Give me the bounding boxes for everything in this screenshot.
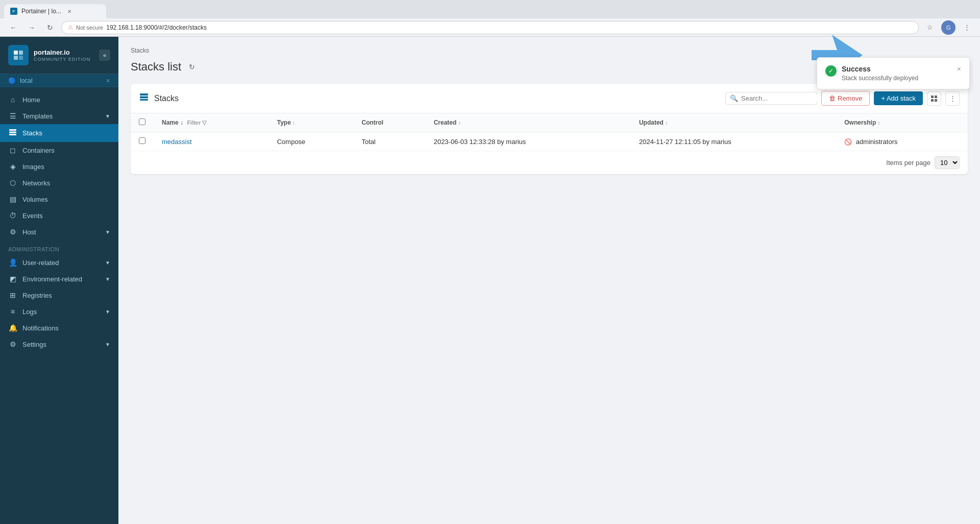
local-close-button[interactable]: ✕ bbox=[106, 78, 110, 84]
sidebar-item-images[interactable]: ◈ Images bbox=[0, 158, 118, 175]
row-checkbox[interactable] bbox=[139, 137, 145, 144]
active-tab[interactable]: P Portainer | lo... ✕ bbox=[4, 4, 106, 18]
bookmark-button[interactable]: ☆ bbox=[923, 20, 937, 35]
logs-icon: ≡ bbox=[8, 307, 17, 316]
address-bar[interactable]: ⚠ Not secure 192.168.1.18:9000/#/2/docke… bbox=[61, 21, 919, 34]
sidebar-item-networks-label: Networks bbox=[22, 179, 50, 187]
sidebar-logo: portainer.io COMMUNITY EDITION « bbox=[0, 37, 118, 74]
toast-close-button[interactable]: × bbox=[957, 65, 961, 73]
toast-title: Success bbox=[842, 65, 952, 73]
row-updated-cell: 2024-11-27 12:11:05 by marius bbox=[631, 132, 836, 151]
browser-menu-button[interactable]: ⋮ bbox=[960, 20, 974, 35]
more-options-button[interactable]: ⋮ bbox=[945, 91, 960, 106]
table-header: Name ↓ Filter ▽ Type ↕ Control Created ↕… bbox=[131, 113, 968, 132]
sidebar-item-events-label: Events bbox=[22, 212, 43, 220]
add-stack-label: + Add stack bbox=[881, 94, 916, 102]
reload-button[interactable]: ↻ bbox=[43, 20, 57, 35]
toast-success-icon: ✓ bbox=[825, 65, 837, 77]
user-related-chevron-icon: ▼ bbox=[105, 260, 110, 266]
logo-name: portainer.io bbox=[34, 49, 90, 57]
sidebar-item-events[interactable]: ⏱ Events bbox=[0, 207, 118, 224]
svg-rect-11 bbox=[935, 96, 937, 98]
sidebar-item-volumes[interactable]: ▤ Volumes bbox=[0, 191, 118, 207]
sidebar-item-home-label: Home bbox=[22, 96, 40, 104]
browser-toolbar: ← → ↻ ⚠ Not secure 192.168.1.18:9000/#/2… bbox=[0, 18, 980, 37]
stacks-nav-icon bbox=[8, 128, 17, 138]
sidebar-item-stacks-label: Stacks bbox=[22, 129, 42, 137]
search-input[interactable] bbox=[741, 94, 827, 102]
view-toggle-button[interactable] bbox=[927, 91, 941, 106]
containers-icon: ◻ bbox=[8, 146, 17, 154]
sidebar-item-containers[interactable]: ◻ Containers bbox=[0, 142, 118, 158]
notifications-icon: 🔔 bbox=[8, 324, 17, 332]
local-label: local bbox=[20, 77, 33, 84]
sidebar-item-user-label: User-related bbox=[22, 259, 59, 267]
local-environment-badge[interactable]: 🔵 local ✕ bbox=[0, 74, 118, 87]
col-name-label: Name ↓ bbox=[162, 119, 183, 126]
back-button[interactable]: ← bbox=[6, 20, 20, 35]
tab-close-button[interactable]: ✕ bbox=[65, 7, 74, 15]
sidebar-item-home[interactable]: ⌂ Home bbox=[0, 91, 118, 108]
sidebar-item-host[interactable]: ⚙ Host ▼ bbox=[0, 224, 118, 240]
images-icon: ◈ bbox=[8, 162, 17, 171]
ownership-icon: 🚫 bbox=[844, 138, 852, 146]
sidebar-item-user-related[interactable]: 👤 User-related ▼ bbox=[0, 254, 118, 271]
svg-rect-4 bbox=[9, 129, 16, 131]
table-header-row: Name ↓ Filter ▽ Type ↕ Control Created ↕… bbox=[131, 113, 968, 132]
logo-icon bbox=[8, 45, 29, 65]
sidebar-item-settings[interactable]: ⚙ Settings ▼ bbox=[0, 336, 118, 352]
main-content: Stacks Stacks list ↻ Stacks 🔍 bbox=[118, 37, 980, 524]
tab-bar: P Portainer | lo... ✕ bbox=[0, 0, 980, 18]
home-icon: ⌂ bbox=[8, 96, 17, 104]
col-updated[interactable]: Updated ↕ bbox=[631, 113, 836, 132]
sidebar: portainer.io COMMUNITY EDITION « 🔵 local… bbox=[0, 37, 118, 524]
logs-chevron-icon: ▼ bbox=[105, 309, 110, 315]
security-label: Not secure bbox=[76, 25, 103, 31]
col-control: Control bbox=[353, 113, 425, 132]
row-type-cell: Compose bbox=[269, 132, 354, 151]
sidebar-item-volumes-label: Volumes bbox=[22, 196, 48, 203]
sidebar-item-env-label: Environment-related bbox=[22, 275, 82, 283]
col-created[interactable]: Created ↕ bbox=[426, 113, 631, 132]
svg-rect-1 bbox=[19, 51, 23, 55]
forward-button[interactable]: → bbox=[24, 20, 39, 35]
ownership-sort-icon: ↕ bbox=[878, 120, 880, 126]
sidebar-item-settings-label: Settings bbox=[22, 341, 46, 348]
row-control-cell: Total bbox=[353, 132, 425, 151]
sidebar-item-templates-label: Templates bbox=[22, 112, 53, 120]
per-page-select[interactable]: 10 25 50 bbox=[935, 156, 960, 169]
sidebar-item-templates[interactable]: ☰ Templates ▼ bbox=[0, 108, 118, 124]
sidebar-item-networks[interactable]: ⬡ Networks bbox=[0, 175, 118, 191]
sidebar-item-notifications-label: Notifications bbox=[22, 324, 59, 332]
updated-sort-icon: ↕ bbox=[665, 120, 668, 126]
row-name-cell: medassist bbox=[154, 132, 269, 151]
sidebar-item-env-related[interactable]: ◩ Environment-related ▼ bbox=[0, 271, 118, 287]
filter-icon[interactable]: Filter ▽ bbox=[187, 120, 206, 126]
stack-name-link[interactable]: medassist bbox=[162, 138, 192, 146]
card-actions: 🔍 ✕ 🗑 Remove + Add stack bbox=[725, 91, 960, 106]
sidebar-collapse-button[interactable]: « bbox=[99, 50, 110, 61]
search-icon: 🔍 bbox=[730, 94, 738, 102]
profile-button[interactable]: G bbox=[941, 20, 955, 35]
browser-chrome: P Portainer | lo... ✕ ← → ↻ ⚠ Not secure… bbox=[0, 0, 980, 37]
table-body: medassist Compose Total 2023-06-03 12:33… bbox=[131, 132, 968, 151]
sidebar-item-stacks[interactable]: Stacks bbox=[0, 124, 118, 142]
select-all-checkbox[interactable] bbox=[139, 118, 145, 125]
logo-text-block: portainer.io COMMUNITY EDITION bbox=[34, 49, 90, 62]
remove-button[interactable]: 🗑 Remove bbox=[821, 91, 870, 106]
sidebar-item-registries[interactable]: ⊞ Registries bbox=[0, 287, 118, 303]
ownership-value: administrators bbox=[856, 138, 898, 146]
refresh-button[interactable]: ↻ bbox=[186, 61, 198, 73]
sidebar-item-notifications[interactable]: 🔔 Notifications bbox=[0, 320, 118, 336]
col-type[interactable]: Type ↕ bbox=[269, 113, 354, 132]
stacks-table: Name ↓ Filter ▽ Type ↕ Control Created ↕… bbox=[131, 113, 968, 151]
add-stack-button[interactable]: + Add stack bbox=[874, 91, 923, 105]
security-warning: ⚠ bbox=[68, 24, 73, 31]
tab-title: Portainer | lo... bbox=[21, 8, 61, 15]
items-per-page-label: Items per page bbox=[886, 159, 930, 166]
type-sort-icon: ↕ bbox=[292, 120, 295, 126]
col-ownership[interactable]: Ownership ↕ bbox=[836, 113, 968, 132]
sidebar-item-logs[interactable]: ≡ Logs ▼ bbox=[0, 303, 118, 320]
local-icon: 🔵 bbox=[8, 77, 16, 84]
tab-favicon: P bbox=[10, 8, 17, 15]
